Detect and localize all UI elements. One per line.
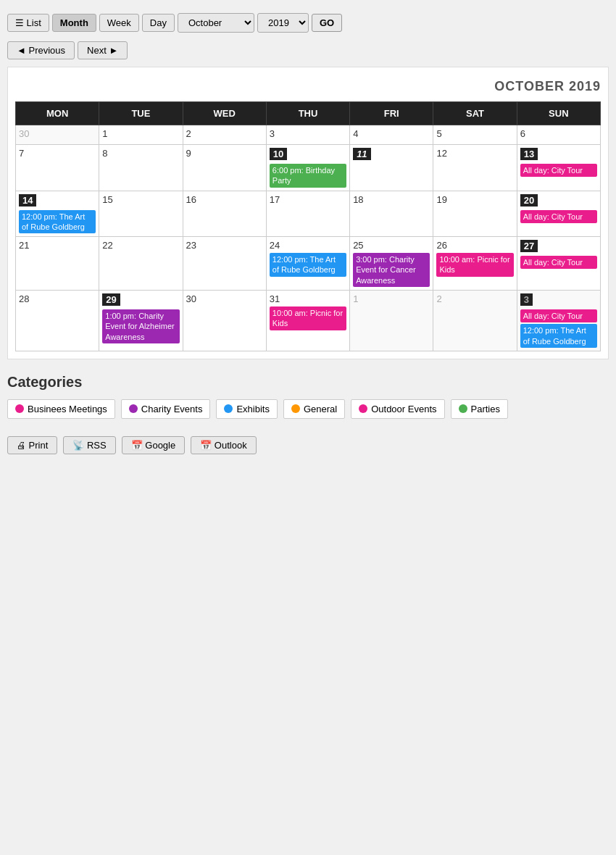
calendar-cell[interactable]: 1 [99, 125, 183, 145]
footer-links: 🖨 Print📡 RSS📅 Google📅 Outlook [7, 426, 609, 459]
day-view-btn[interactable]: Day [142, 14, 175, 32]
calendar-event[interactable]: 10:00 am: Picnic for Kids [270, 306, 346, 330]
calendar-event[interactable]: 6:00 pm: Birthday Party [270, 164, 346, 188]
day-number: 20 [520, 194, 538, 207]
calendar-cell[interactable]: 30 [183, 291, 266, 351]
calendar-cell[interactable]: 19 [433, 191, 517, 237]
day-number: 6 [520, 128, 597, 139]
calendar-cell[interactable]: 291:00 pm: Charity Event for Alzheimer A… [99, 291, 183, 351]
calendar-cell[interactable]: 7 [16, 145, 99, 191]
calendar-event[interactable]: 12:00 pm: The Art of Rube Goldberg [520, 324, 597, 348]
category-item[interactable]: Businees Meetings [7, 399, 115, 419]
calendar-event[interactable]: All day: City Tour [520, 309, 597, 322]
calendar-event[interactable]: All day: City Tour [520, 164, 597, 177]
calendar-cell[interactable]: 3 [266, 125, 349, 145]
day-number: 28 [19, 293, 96, 304]
next-button[interactable]: Next ► [78, 41, 128, 59]
outlook-button[interactable]: 📅 Outlook [191, 436, 256, 454]
day-number: 2 [436, 293, 513, 304]
list-view-btn[interactable]: ☰ List [7, 14, 49, 32]
calendar-cell[interactable]: 16 [183, 191, 266, 237]
col-header-mon: MON [16, 102, 99, 125]
calendar-cell[interactable]: 27All day: City Tour [517, 237, 600, 291]
category-dot [359, 404, 367, 413]
calendar-event[interactable]: 1:00 pm: Charity Event for Alzheimer Awa… [102, 309, 179, 343]
day-number: 21 [19, 240, 96, 251]
col-header-sat: SAT [433, 102, 517, 125]
calendar-cell[interactable]: 106:00 pm: Birthday Party [266, 145, 349, 191]
category-item[interactable]: General [283, 399, 345, 419]
go-button[interactable]: GO [312, 14, 342, 32]
calendar-event[interactable]: 12:00 pm: The Art of Rube Goldberg [19, 210, 96, 234]
category-label: Outdoor Events [371, 404, 436, 414]
calendar-event[interactable]: All day: City Tour [520, 256, 597, 269]
calendar-event[interactable]: All day: City Tour [520, 210, 597, 223]
day-number: 19 [436, 194, 513, 205]
calendar-cell[interactable]: 18 [350, 191, 433, 237]
calendar-cell[interactable]: 28 [16, 291, 99, 351]
day-number: 4 [353, 128, 430, 139]
day-number: 3 [270, 128, 346, 139]
category-item[interactable]: Exhibits [216, 399, 278, 419]
day-number: 11 [353, 148, 370, 160]
category-item[interactable]: Parties [451, 399, 508, 419]
calendar-cell[interactable]: 4 [350, 125, 433, 145]
calendar-cell[interactable]: 5 [433, 125, 517, 145]
calendar-cell[interactable]: 2610:00 am: Picnic for Kids [433, 237, 517, 291]
year-select[interactable]: 20172018201920202021 [257, 13, 309, 33]
day-number: 10 [270, 148, 287, 160]
calendar-cell[interactable]: 22 [99, 237, 183, 291]
day-number: 7 [19, 148, 96, 159]
calendar-cell[interactable]: 30 [16, 125, 99, 145]
day-number: 18 [353, 194, 430, 205]
calendar-cell[interactable]: 6 [517, 125, 600, 145]
categories-section: Categories Businees MeetingsCharity Even… [7, 359, 609, 426]
category-dot [459, 404, 467, 413]
calendar-cell[interactable]: 2412:00 pm: The Art of Rube Goldberg [266, 237, 349, 291]
calendar-cell[interactable]: 2 [433, 291, 517, 351]
calendar-title: OCTOBER 2019 [15, 75, 601, 101]
col-header-tue: TUE [99, 102, 183, 125]
calendar-cell[interactable]: 12 [433, 145, 517, 191]
rss-button[interactable]: 📡 RSS [63, 436, 115, 454]
calendar-cell[interactable]: 1 [350, 291, 433, 351]
category-dot [291, 404, 300, 413]
calendar-cell[interactable]: 3All day: City Tour12:00 pm: The Art of … [517, 291, 600, 351]
day-number: 2 [186, 128, 263, 139]
col-header-wed: WED [183, 102, 266, 125]
day-number: 22 [102, 240, 179, 251]
calendar-cell[interactable]: 13All day: City Tour [517, 145, 600, 191]
print-button[interactable]: 🖨 Print [7, 436, 57, 454]
category-item[interactable]: Outdoor Events [351, 399, 444, 419]
day-number: 16 [186, 194, 263, 205]
calendar-event[interactable]: 10:00 am: Picnic for Kids [436, 253, 513, 277]
calendar-cell[interactable]: 20All day: City Tour [517, 191, 600, 237]
calendar-cell[interactable]: 23 [183, 237, 266, 291]
calendar-event[interactable]: 3:00 pm: Charity Event for Cancer Awaren… [353, 253, 430, 287]
category-dot [224, 404, 233, 413]
calendar-cell[interactable]: 8 [99, 145, 183, 191]
calendar-cell[interactable]: 9 [183, 145, 266, 191]
week-view-btn[interactable]: Week [99, 14, 139, 32]
calendar-cell[interactable]: 1412:00 pm: The Art of Rube Goldberg [16, 191, 99, 237]
day-number: 12 [436, 148, 513, 159]
previous-button[interactable]: ◄ Previous [7, 41, 75, 59]
calendar-cell[interactable]: 15 [99, 191, 183, 237]
calendar-cell[interactable]: 3110:00 am: Picnic for Kids [266, 291, 349, 351]
calendar-cell[interactable]: 253:00 pm: Charity Event for Cancer Awar… [350, 237, 433, 291]
day-number: 1 [353, 293, 430, 304]
month-view-btn[interactable]: Month [52, 14, 96, 32]
calendar-cell[interactable]: 17 [266, 191, 349, 237]
calendar-table: MONTUEWEDTHUFRISATSUN 30123456789106:00 … [15, 101, 601, 351]
month-select[interactable]: JanuaryFebruaryMarchApril MayJuneJulyAug… [178, 13, 254, 33]
calendar-event[interactable]: 12:00 pm: The Art of Rube Goldberg [270, 253, 346, 277]
category-label: General [304, 404, 337, 414]
day-number: 29 [102, 293, 120, 306]
categories-title: Categories [7, 374, 609, 391]
google-button[interactable]: 📅 Google [122, 436, 186, 454]
day-number: 14 [19, 194, 36, 207]
calendar-cell[interactable]: 11 [350, 145, 433, 191]
calendar-cell[interactable]: 21 [16, 237, 99, 291]
category-item[interactable]: Charity Events [121, 399, 211, 419]
calendar-cell[interactable]: 2 [183, 125, 266, 145]
